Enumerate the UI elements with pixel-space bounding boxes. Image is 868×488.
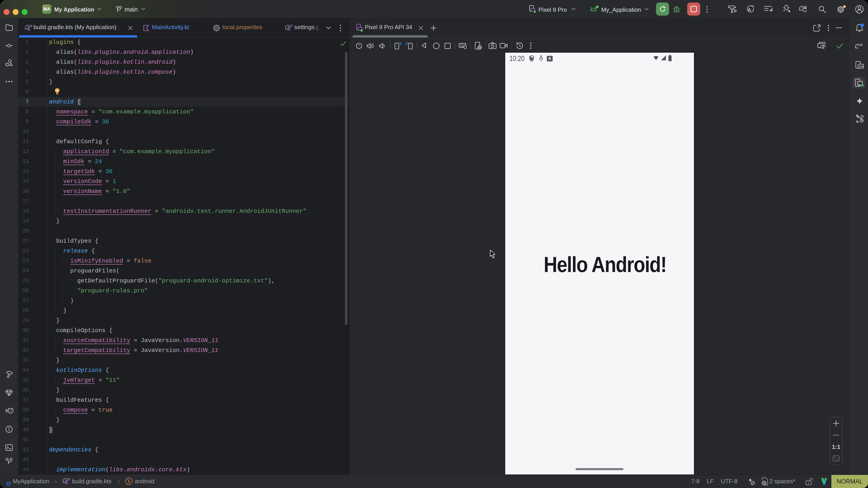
- svg-text:A: A: [748, 7, 751, 12]
